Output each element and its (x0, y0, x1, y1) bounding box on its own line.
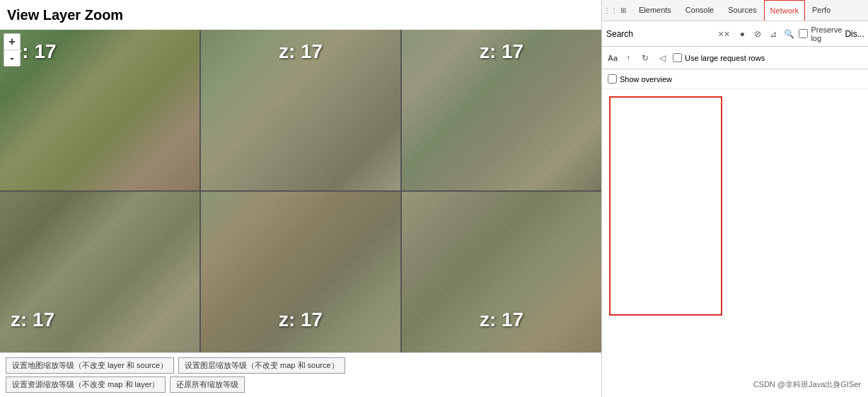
reset-zoom-button[interactable]: 还原所有缩放等级 (170, 376, 245, 393)
zoom-controls: + - (4, 33, 21, 67)
search-bar: × ● ⊘ ⊿ 🔍 Preserve log Dis... (602, 21, 868, 47)
btn-row-1: 设置地图缩放等级（不改变 layer 和 source） 设置图层缩放等级（不改… (6, 357, 596, 374)
tab-sources[interactable]: Sources (721, 0, 763, 21)
map-tile-1: + - +: 17 (0, 30, 199, 190)
map-tile-2: z: 17 (201, 30, 400, 190)
large-rows-text: Use large request rows (685, 54, 765, 62)
clear-icon[interactable]: ⊘ (751, 27, 765, 41)
map-tile-6: z: 17 (402, 192, 601, 352)
show-overview-checkbox[interactable] (608, 74, 617, 84)
tile-4-label: z: 17 (11, 309, 54, 331)
preserve-log-label: Preserve log (811, 25, 842, 42)
red-box-highlight (609, 96, 722, 316)
aa-icon[interactable]: Aa (608, 54, 618, 62)
map-container: + - +: 17 z: 17 z: 17 z: 17 z: 17 (0, 30, 601, 352)
devtools-icons: ⋮⋮ ⊞ (602, 5, 632, 16)
tile-3-label: z: 17 (480, 40, 523, 63)
btn-row-2: 设置资源缩放等级（不改变 map 和 layer） 还原所有缩放等级 (6, 376, 596, 393)
grid-icon[interactable]: ⊞ (618, 5, 629, 16)
map-tile-5: z: 17 (201, 192, 400, 352)
map-grid: + - +: 17 z: 17 z: 17 z: 17 z: 17 (0, 30, 601, 352)
filter-icon[interactable]: ⊿ (766, 27, 780, 41)
arrow-up-icon[interactable]: ↑ (622, 52, 635, 64)
set-source-zoom-button[interactable]: 设置资源缩放等级（不改变 map 和 layer） (6, 376, 166, 393)
preserve-log-checkbox[interactable] (799, 29, 808, 38)
options-row: Show overview (602, 69, 868, 89)
zoom-out-button[interactable]: - (4, 50, 20, 66)
show-overview-label: Show overview (608, 74, 672, 84)
tab-network[interactable]: Network (764, 0, 805, 21)
close-icon[interactable]: × (715, 27, 732, 41)
search-input[interactable] (606, 29, 712, 39)
large-rows-checkbox[interactable] (673, 53, 682, 62)
record-icon[interactable]: ● (735, 27, 749, 41)
map-panel: View Layer Zoom + - +: 17 z: 17 z: 17 (0, 0, 601, 397)
refresh-toolbar-icon[interactable]: ↻ (639, 52, 652, 64)
map-buttons: 设置地图缩放等级（不改变 layer 和 source） 设置图层缩放等级（不改… (0, 352, 601, 397)
tile-2-label: z: 17 (279, 40, 323, 63)
toolbar-extra-icon[interactable]: ◁ (656, 52, 669, 64)
map-tile-4: z: 17 (0, 192, 199, 352)
page-title: View Layer Zoom (0, 0, 601, 30)
zoom-in-button[interactable]: + (4, 34, 20, 50)
network-content: CSDN @非科班Java出身GISer (602, 89, 868, 397)
show-overview-text: Show overview (620, 75, 672, 84)
toolbar-row: Aa ↑ ↻ ◁ Use large request rows (602, 47, 868, 69)
filter-icons: ● ⊘ ⊿ 🔍 (735, 27, 796, 41)
devtools-panel: ⋮⋮ ⊞ Elements Console Sources Network Pe… (601, 0, 868, 397)
tile-5-label: z: 17 (279, 309, 323, 331)
set-map-zoom-button[interactable]: 设置地图缩放等级（不改变 layer 和 source） (6, 357, 174, 374)
large-rows-label: Use large request rows (673, 53, 765, 62)
watermark: CSDN @非科班Java出身GISer (753, 379, 861, 390)
tab-elements[interactable]: Elements (632, 0, 678, 21)
tile-6-label: z: 17 (480, 309, 523, 331)
tab-console[interactable]: Console (678, 0, 721, 21)
devtools-tab-bar: ⋮⋮ ⊞ Elements Console Sources Network Pe… (602, 0, 868, 21)
dots-icon[interactable]: ⋮⋮ (605, 5, 616, 16)
search-magnify-icon[interactable]: 🔍 (782, 27, 796, 41)
map-tile-3: z: 17 (402, 30, 601, 190)
tab-performance[interactable]: Perfo (805, 0, 838, 21)
preserve-log-row: Preserve log (799, 25, 842, 42)
dis-label: Dis... (845, 29, 864, 39)
set-layer-zoom-button[interactable]: 设置图层缩放等级（不改变 map 和 source） (178, 357, 345, 374)
